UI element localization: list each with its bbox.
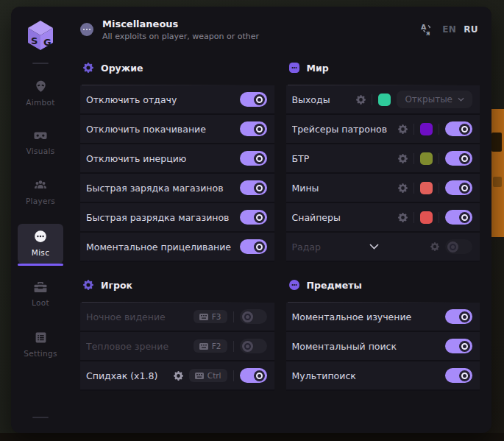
section-title: Мир bbox=[307, 63, 329, 74]
row-night-vision: Ночное видение F3 bbox=[80, 303, 274, 332]
vr-goggles-icon bbox=[34, 131, 47, 141]
toggle-on[interactable] bbox=[240, 180, 267, 195]
color-swatch[interactable] bbox=[420, 152, 433, 165]
sidebar-divider bbox=[32, 63, 49, 64]
sidebar-item-misc[interactable]: Misc bbox=[18, 224, 63, 264]
section-world: Мир Выходы Открытые bbox=[286, 57, 480, 262]
items-section-icon bbox=[289, 280, 299, 290]
right-column: Мир Выходы Открытые bbox=[286, 57, 480, 403]
sidebar-item-label: Misc bbox=[32, 248, 49, 257]
keybind-badge[interactable]: Ctrl bbox=[189, 369, 227, 382]
app-logo-icon: S G bbox=[24, 18, 57, 52]
color-swatch[interactable] bbox=[420, 123, 433, 135]
row-bullet-tracers: Трейсеры патронов bbox=[286, 115, 480, 144]
gear-icon[interactable] bbox=[398, 183, 408, 193]
row-mines: Мины bbox=[286, 174, 480, 203]
toggle-off[interactable] bbox=[240, 309, 267, 324]
gear-icon[interactable] bbox=[398, 124, 408, 134]
row-fast-unload: Быстрая разрядка магазинов bbox=[80, 203, 274, 233]
row-radar: Радар bbox=[286, 233, 480, 262]
row-snipers: Снайперы bbox=[286, 203, 480, 233]
row-instant-research: Моментальное изучение bbox=[286, 303, 480, 332]
ellipsis-circle-icon bbox=[34, 230, 47, 243]
sidebar-item-label: Loot bbox=[32, 298, 49, 307]
people-group-icon bbox=[34, 180, 47, 191]
gear-icon[interactable] bbox=[430, 242, 439, 251]
toggle-on[interactable] bbox=[445, 180, 472, 195]
svg-text:S: S bbox=[31, 35, 38, 46]
sidebar-item-settings[interactable]: Settings bbox=[18, 325, 63, 364]
toggle-off[interactable] bbox=[240, 339, 267, 353]
row-speedhack: Спидхак (x1.8) Ctrl bbox=[80, 361, 274, 391]
svg-text:я: я bbox=[426, 29, 430, 37]
translate-icon[interactable]: A я bbox=[419, 22, 435, 37]
row-no-inertia: Отключить инерцию bbox=[80, 144, 274, 174]
sidebar: S G Aimbot Visuals bbox=[11, 7, 70, 433]
section-weapon: Оружие Отключить отдачу Отключить покачи… bbox=[80, 57, 274, 262]
misc-ellipsis-badge-icon bbox=[80, 23, 93, 36]
color-swatch[interactable] bbox=[420, 211, 433, 224]
alien-icon bbox=[35, 80, 47, 93]
section-title: Предметы bbox=[307, 280, 362, 291]
row-no-recoil: Отключить отдачу bbox=[80, 85, 274, 115]
sidebar-item-aimbot[interactable]: Aimbot bbox=[18, 74, 63, 113]
keyboard-icon bbox=[199, 314, 208, 320]
row-instant-ads: Моментальное прицеливание bbox=[80, 233, 274, 262]
world-section-icon bbox=[289, 63, 299, 73]
toggle-on[interactable] bbox=[445, 210, 472, 225]
settings-list-icon bbox=[35, 331, 47, 344]
keybind-badge[interactable]: F3 bbox=[194, 310, 227, 323]
section-items: Предметы Моментальное изучение Моменталь… bbox=[286, 274, 480, 391]
color-swatch[interactable] bbox=[420, 182, 433, 194]
sidebar-item-visuals[interactable]: Visuals bbox=[18, 125, 63, 162]
sidebar-item-loot[interactable]: Loot bbox=[18, 275, 63, 314]
toggle-on[interactable] bbox=[445, 339, 472, 353]
keybind-badge[interactable]: F2 bbox=[194, 339, 227, 353]
gear-icon[interactable] bbox=[398, 213, 408, 222]
row-no-sway: Отключить покачивание bbox=[80, 115, 274, 144]
toggle-on[interactable] bbox=[240, 210, 267, 225]
toggle-on[interactable] bbox=[240, 239, 267, 254]
lang-ru-button[interactable]: RU bbox=[464, 24, 478, 35]
sidebar-divider-bottom bbox=[32, 417, 49, 418]
sidebar-item-players[interactable]: Players bbox=[18, 174, 63, 212]
color-swatch[interactable] bbox=[378, 94, 391, 106]
page-subtitle: All exploits on player, weapon or other bbox=[102, 32, 259, 41]
exits-dropdown[interactable]: Открытые bbox=[397, 91, 472, 108]
background-ground bbox=[0, 433, 504, 441]
toggle-on[interactable] bbox=[240, 92, 267, 107]
toolbox-icon bbox=[34, 281, 47, 293]
toggle-on[interactable] bbox=[240, 368, 267, 383]
row-thermal-vision: Тепловое зрение F2 bbox=[80, 332, 274, 361]
row-multi-loot: Мультипоиск bbox=[286, 361, 480, 391]
row-exits: Выходы Открытые bbox=[286, 85, 480, 115]
section-title: Игрок bbox=[101, 280, 132, 291]
section-title: Оружие bbox=[101, 63, 143, 74]
toggle-on[interactable] bbox=[240, 151, 267, 166]
left-column: Оружие Отключить отдачу Отключить покачи… bbox=[80, 57, 274, 403]
sidebar-item-label: Settings bbox=[24, 349, 57, 358]
gear-icon[interactable] bbox=[174, 371, 183, 381]
toggle-on[interactable] bbox=[445, 309, 472, 324]
toggle-on[interactable] bbox=[240, 121, 267, 136]
lang-en-button[interactable]: EN bbox=[442, 24, 456, 35]
gear-section-icon bbox=[83, 280, 93, 290]
page-title: Miscellaneous bbox=[102, 18, 259, 29]
chevron-down-icon bbox=[458, 97, 464, 102]
toggle-off[interactable] bbox=[445, 239, 472, 254]
svg-text:G: G bbox=[43, 37, 52, 48]
expand-chevron-icon[interactable] bbox=[369, 244, 379, 250]
toggle-on[interactable] bbox=[445, 151, 472, 166]
cheat-menu-window: S G Aimbot Visuals bbox=[11, 7, 491, 433]
row-fast-reload: Быстрая зарядка магазинов bbox=[80, 174, 274, 203]
keyboard-icon bbox=[199, 343, 208, 350]
gear-section-icon bbox=[83, 63, 93, 73]
gear-icon[interactable] bbox=[398, 154, 408, 163]
gear-icon[interactable] bbox=[356, 95, 366, 105]
sidebar-item-label: Aimbot bbox=[26, 98, 54, 107]
row-btr: БТР bbox=[286, 144, 480, 174]
sidebar-nav: Aimbot Visuals Players bbox=[11, 74, 70, 376]
toggle-on[interactable] bbox=[445, 121, 472, 136]
toggle-on[interactable] bbox=[445, 368, 472, 383]
keyboard-icon bbox=[195, 373, 204, 379]
